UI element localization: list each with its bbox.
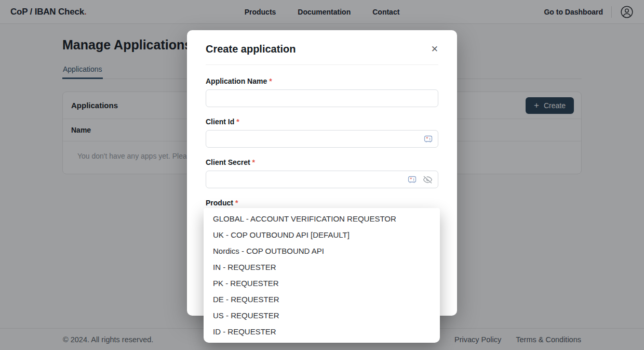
required-asterisk: *	[252, 158, 255, 166]
product-label: Product*	[206, 199, 438, 207]
client-id-input[interactable]	[211, 131, 424, 147]
password-manager-autofill-icon[interactable]: *	[408, 175, 417, 184]
product-option[interactable]: IN - REQUESTER	[204, 259, 440, 275]
client-secret-icons: *	[408, 175, 433, 185]
product-option[interactable]: Nordics - COP OUTBOUND API	[204, 243, 440, 259]
client-id-icons: *	[424, 135, 433, 144]
client-secret-label: Client Secret*	[206, 158, 438, 166]
svg-text:*: *	[410, 176, 412, 182]
product-option[interactable]: DE - REQUESTER	[204, 291, 440, 307]
modal-body: Application Name* Client Id* *	[187, 65, 457, 229]
eye-off-icon[interactable]	[423, 175, 433, 185]
client-id-label: Client Id*	[206, 118, 438, 126]
product-option[interactable]: UK - COP OUTBOUND API [DEFAULT]	[204, 227, 440, 243]
modal-header: Create application ✕	[187, 30, 457, 64]
label-text: Client Id	[206, 118, 234, 126]
client-secret-input[interactable]	[211, 171, 408, 188]
product-dropdown-menu: GLOBAL - ACCOUNT VERIFICATION REQUESTOR …	[204, 208, 440, 343]
application-name-input[interactable]	[211, 90, 433, 107]
field-application-name: Application Name*	[206, 77, 438, 107]
client-id-input-wrap: *	[206, 130, 438, 148]
required-asterisk: *	[269, 77, 272, 85]
product-option[interactable]: ID - REQUESTER	[204, 323, 440, 340]
password-manager-autofill-icon[interactable]: *	[424, 135, 433, 144]
required-asterisk: *	[235, 199, 238, 207]
field-client-secret: Client Secret* *	[206, 158, 438, 188]
required-asterisk: *	[236, 118, 239, 126]
modal-title: Create application	[206, 43, 296, 55]
client-secret-input-wrap: *	[206, 171, 438, 188]
field-client-id: Client Id* *	[206, 118, 438, 148]
label-text: Product	[206, 199, 233, 207]
product-option[interactable]: GLOBAL - ACCOUNT VERIFICATION REQUESTOR	[204, 211, 440, 227]
product-option[interactable]: PK - REQUESTER	[204, 275, 440, 291]
close-icon[interactable]: ✕	[430, 44, 439, 55]
svg-text:*: *	[426, 136, 428, 141]
label-text: Client Secret	[206, 158, 250, 166]
product-option[interactable]: US - REQUESTER	[204, 307, 440, 323]
label-text: Application Name	[206, 77, 267, 85]
application-name-input-wrap	[206, 89, 438, 107]
application-name-label: Application Name*	[206, 77, 438, 85]
